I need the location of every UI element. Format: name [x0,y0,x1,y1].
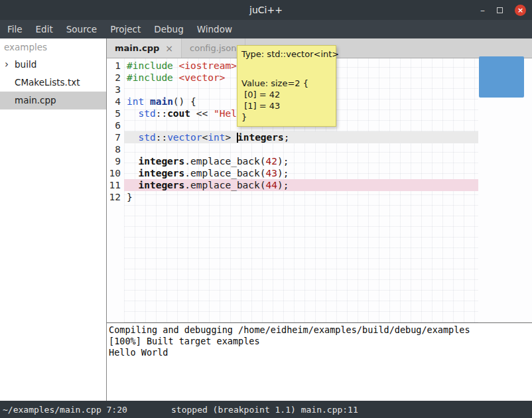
close-button[interactable]: × [515,5,526,16]
line-number[interactable]: 7 [107,131,124,143]
menu-debug[interactable]: Debug [147,20,190,38]
window-controls: – × [480,0,526,20]
code-line-7[interactable]: 7 std::vector<int> integers; [107,131,532,143]
tooltip-value-line: [0] = 42 [241,89,332,100]
menu-source[interactable]: Source [60,20,103,38]
tab-label: main.cpp [115,43,159,53]
cursor-location: ~/examples/main.cpp 7:20 [3,405,127,415]
file-label: build [15,59,36,70]
code-text: integers.emplace_back(43); [124,167,478,179]
menu-project[interactable]: Project [103,20,147,38]
restore-icon [497,7,503,13]
expand-arrow-icon[interactable]: › [5,56,9,74]
code-text: } [124,191,478,203]
code-line-10[interactable]: 10 integers.emplace_back(43); [107,167,532,179]
menu-window[interactable]: Window [190,20,239,38]
statusbar: ~/examples/main.cpp 7:20 stopped (breakp… [0,401,532,418]
line-number[interactable]: 10 [107,167,124,179]
line-number[interactable]: 2 [107,72,124,84]
tooltip-value-line: [1] = 43 [241,100,332,111]
line-number[interactable]: 3 [107,84,124,96]
tab-close-icon[interactable]: × [165,43,173,54]
file-label: CMakeLists.txt [15,77,80,88]
debug-status: stopped (breakpoint 1.1) main.cpp:11 [171,405,358,415]
menu-edit[interactable]: Edit [29,20,60,38]
line-number[interactable]: 5 [107,107,124,119]
restore-button[interactable] [497,5,503,15]
tooltip-type-line: Type: std::vector<int> [241,48,332,60]
window-title: juCi++ [0,0,532,20]
line-number[interactable]: 11 [107,179,124,191]
titlebar[interactable]: juCi++ – × [0,0,532,20]
line-number[interactable]: 9 [107,155,124,167]
tooltip-value-line: Value: size=2 { [241,78,332,89]
code-text [124,143,478,155]
file-browser: examples ›buildCMakeLists.txtmain.cpp [0,38,107,401]
code-text: integers.emplace_back(42); [124,155,478,167]
debug-value-tooltip: Type: std::vector<int> Value: size=2 { [… [237,45,336,127]
code-line-11[interactable]: 11 integers.emplace_back(44); [107,179,532,191]
line-number[interactable]: 1 [107,60,124,72]
project-folder-label: examples [0,38,106,56]
sidebar-item-main-cpp[interactable]: main.cpp [0,92,106,109]
scroll-overview-thumb[interactable] [479,56,524,98]
menu-file[interactable]: File [1,20,29,38]
minimize-button[interactable]: – [480,5,485,15]
code-line-8[interactable]: 8 [107,143,532,155]
sidebar-item-cmakelists-txt[interactable]: CMakeLists.txt [0,74,106,92]
line-number[interactable]: 6 [107,119,124,131]
output-line: Compiling and debugging /home/eidheim/ex… [109,324,532,336]
line-number[interactable]: 4 [107,96,124,107]
tooltip-value-block: Value: size=2 { [0] = 42 [1] = 43} [241,78,332,123]
tab-config-json[interactable]: config.json [182,38,245,58]
file-list: ›buildCMakeLists.txtmain.cpp [0,56,106,109]
menubar: FileEditSourceProjectDebugWindow [0,20,532,38]
code-text: std::vector<int> integers; [124,131,478,143]
output-line: [100%] Built target examples [109,336,532,347]
output-terminal[interactable]: Compiling and debugging /home/eidheim/ex… [107,322,532,401]
output-line: Hello World [109,347,532,358]
file-label: main.cpp [15,95,56,105]
code-line-9[interactable]: 9 integers.emplace_back(42); [107,155,532,167]
tab-main-cpp[interactable]: main.cpp× [107,38,182,58]
line-number[interactable]: 12 [107,191,124,203]
line-number[interactable]: 8 [107,143,124,155]
sidebar-item-build[interactable]: ›build [0,56,106,74]
code-text: integers.emplace_back(44); [124,179,478,191]
code-line-12[interactable]: 12} [107,191,532,203]
tooltip-value-line: } [241,111,332,123]
tab-label: config.json [190,43,237,53]
app-window: juCi++ – × FileEditSourceProjectDebugWin… [0,0,532,418]
